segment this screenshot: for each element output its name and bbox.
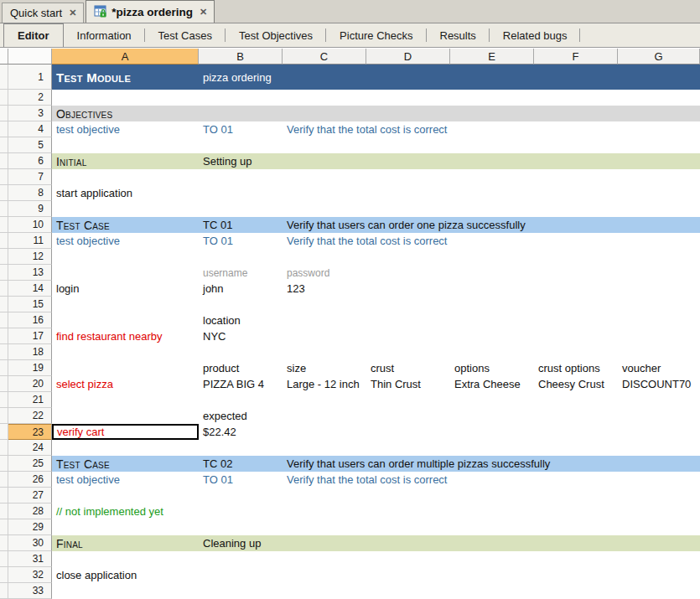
column-header-b[interactable]: B (199, 49, 283, 65)
tab-information[interactable]: Information (64, 23, 145, 47)
cell-g19[interactable]: voucher (618, 360, 661, 376)
cell-c20[interactable]: Large - 12 inch (283, 376, 360, 392)
row-header-19[interactable]: 19 (8, 360, 52, 376)
row-header-7[interactable]: 7 (8, 169, 52, 185)
tab-picture-checks[interactable]: Picture Checks (326, 23, 426, 47)
cell-a14[interactable]: login (52, 281, 79, 297)
row-header-6[interactable]: 6 (8, 153, 52, 169)
cell-a25[interactable]: Test Case (52, 456, 110, 472)
row-header-17[interactable]: 17 (8, 328, 52, 344)
row-header-15[interactable]: 15 (8, 297, 52, 312)
row-header-26[interactable]: 26 (8, 472, 52, 488)
row-header-10[interactable]: 10 (8, 217, 52, 233)
cell-b26[interactable]: TO 01 (199, 472, 233, 488)
cell-b1[interactable]: pizza ordering (199, 65, 272, 90)
row-header-20[interactable]: 20 (8, 376, 52, 392)
cell-a8[interactable]: start application (52, 185, 132, 201)
cell-a11[interactable]: test objective (52, 233, 120, 249)
cell-c14[interactable]: 123 (283, 281, 305, 297)
cell-c10[interactable]: Verify that users can order one pizza su… (283, 217, 526, 233)
cell-a6[interactable]: Initial (52, 153, 86, 169)
row-header-3[interactable]: 3 (8, 106, 52, 121)
row-header-13[interactable]: 13 (8, 265, 52, 281)
cell-f19[interactable]: crust options (534, 360, 600, 376)
row-header-4[interactable]: 4 (8, 121, 52, 137)
column-header-f[interactable]: F (534, 49, 618, 65)
tab-editor[interactable]: Editor (3, 23, 64, 47)
tab-test-cases[interactable]: Test Cases (145, 23, 226, 47)
row-header-8[interactable]: 8 (8, 185, 52, 201)
cell-b6[interactable]: Setting up (199, 153, 252, 169)
cell-a1[interactable]: Test Module (52, 65, 131, 90)
cell-a30[interactable]: Final (52, 535, 83, 551)
cell-b25[interactable]: TC 02 (199, 456, 232, 472)
row-header-11[interactable]: 11 (8, 233, 52, 249)
cell-b10[interactable]: TC 01 (199, 217, 232, 233)
cell-a20[interactable]: select pizza (52, 376, 113, 392)
cell-c13[interactable]: password (283, 265, 329, 281)
row-header-12[interactable]: 12 (8, 249, 52, 265)
close-icon[interactable]: ✕ (66, 8, 76, 18)
cell-b30[interactable]: Cleaning up (199, 535, 261, 551)
tab-results[interactable]: Results (427, 23, 490, 47)
row-header-31[interactable]: 31 (8, 551, 52, 567)
cell-b16[interactable]: location (199, 312, 241, 328)
tab-test-objectives[interactable]: Test Objectives (226, 23, 326, 47)
cell-d19[interactable]: crust (366, 360, 394, 376)
cell-a3[interactable]: Objectives (52, 106, 112, 121)
row-header-14[interactable]: 14 (8, 281, 52, 297)
row-header-29[interactable]: 29 (8, 519, 52, 535)
select-all-corner[interactable] (8, 49, 52, 65)
cell-a10[interactable]: Test Case (52, 217, 110, 233)
cell-g20[interactable]: DISCOUNT70 (618, 376, 691, 392)
cell-e19[interactable]: options (450, 360, 490, 376)
corner-cell[interactable] (0, 49, 8, 65)
row-header-22[interactable]: 22 (8, 408, 52, 424)
row-header-18[interactable]: 18 (8, 344, 52, 360)
cell-c4[interactable]: Verify that the total cost is correct (283, 121, 447, 137)
row-header-25[interactable]: 25 (8, 456, 52, 472)
row-header-30[interactable]: 30 (8, 535, 52, 551)
column-header-d[interactable]: D (366, 49, 450, 65)
row-header-16[interactable]: 16 (8, 312, 52, 328)
cell-b23[interactable]: $22.42 (199, 424, 236, 440)
cell-a26[interactable]: test objective (52, 472, 120, 488)
row-header-33[interactable]: 33 (8, 583, 52, 599)
cell-e20[interactable]: Extra Cheese (450, 376, 521, 392)
row-header-27[interactable]: 27 (8, 488, 52, 503)
cell-d20[interactable]: Thin Crust (366, 376, 421, 392)
row-header-1[interactable]: 1 (8, 65, 52, 90)
close-icon[interactable]: ✕ (197, 7, 207, 18)
column-header-c[interactable]: C (283, 49, 366, 65)
cell-c19[interactable]: size (283, 360, 306, 376)
cell-c11[interactable]: Verify that the total cost is correct (283, 233, 447, 249)
tab-related-bugs[interactable]: Related bugs (490, 23, 581, 47)
row-header-5[interactable]: 5 (8, 137, 52, 153)
cell-f20[interactable]: Cheesy Crust (534, 376, 604, 392)
column-header-a[interactable]: A (52, 49, 199, 65)
row-header-2[interactable]: 2 (8, 90, 52, 106)
doc-tab-pizza-ordering[interactable]: *pizza ordering✕ (86, 0, 215, 23)
cell-a32[interactable]: close application (52, 567, 137, 583)
cell-b4[interactable]: TO 01 (199, 121, 233, 137)
cell-b13[interactable]: username (199, 265, 247, 281)
cell-b20[interactable]: PIZZA BIG 4 (199, 376, 264, 392)
row-header-24[interactable]: 24 (8, 440, 52, 456)
row-header-32[interactable]: 32 (8, 567, 52, 583)
doc-tab-quick-start[interactable]: Quick start✕ (2, 3, 84, 23)
row-header-23[interactable]: 23 (8, 424, 52, 440)
row-header-28[interactable]: 28 (8, 503, 52, 519)
column-header-e[interactable]: E (450, 49, 534, 65)
cell-a4[interactable]: test objective (52, 121, 120, 137)
cell-a23[interactable]: verify cart (52, 424, 199, 440)
cell-b14[interactable]: john (199, 281, 224, 297)
cell-a17[interactable]: find restaurant nearby (52, 328, 162, 344)
cell-b19[interactable]: product (199, 360, 239, 376)
cell-a28[interactable]: // not implemented yet (52, 503, 163, 519)
cell-b11[interactable]: TO 01 (199, 233, 233, 249)
cell-c26[interactable]: Verify that the total cost is correct (283, 472, 447, 488)
cell-b22[interactable]: expected (199, 408, 247, 424)
row-header-21[interactable]: 21 (8, 392, 52, 408)
cell-b17[interactable]: NYC (199, 328, 226, 344)
column-header-g[interactable]: G (618, 49, 700, 65)
